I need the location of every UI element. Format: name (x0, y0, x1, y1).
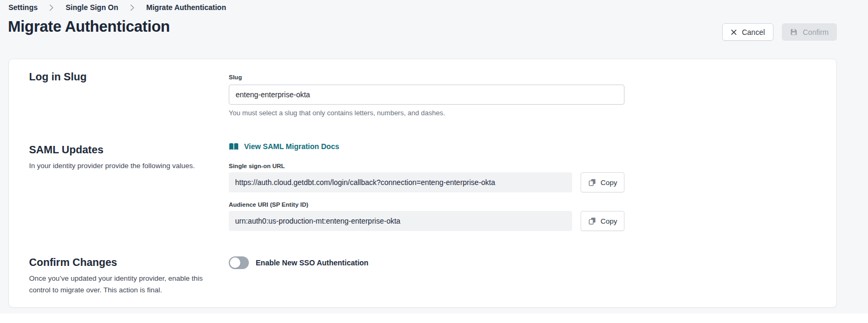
copy-audience-uri-button[interactable]: Copy (581, 211, 624, 231)
enable-sso-toggle-label: Enable New SSO Authentication (256, 259, 368, 267)
page-title: Migrate Authentication (8, 18, 170, 35)
cancel-button[interactable]: Cancel (722, 23, 773, 41)
view-saml-migration-docs-link[interactable]: View SAML Migration Docs (229, 142, 339, 151)
book-icon (229, 143, 239, 151)
breadcrumb-item-current: Migrate Authentication (146, 3, 226, 12)
view-saml-migration-docs-label: View SAML Migration Docs (244, 142, 339, 151)
breadcrumb-item-settings[interactable]: Settings (8, 3, 38, 12)
copy-icon (588, 217, 596, 225)
audience-uri-label: Audience URI (SP Entity ID) (229, 201, 309, 208)
save-icon (790, 28, 798, 36)
breadcrumb: Settings Single Sign On Migrate Authenti… (8, 3, 226, 12)
confirm-button[interactable]: Confirm (782, 23, 837, 41)
toggle-knob (230, 257, 240, 268)
close-icon (731, 29, 737, 35)
saml-updates-description: In your identity provider provide the fo… (29, 160, 225, 172)
audience-uri-value: urn:auth0:us-production-mt:enteng-enterp… (229, 211, 572, 231)
cancel-button-label: Cancel (742, 28, 765, 36)
sso-url-value: https://auth.cloud.getdbt.com/login/call… (229, 172, 572, 192)
copy-button-label: Copy (601, 217, 618, 225)
saml-updates-heading: SAML Updates (29, 144, 104, 156)
breadcrumb-item-single-sign-on[interactable]: Single Sign On (66, 3, 118, 12)
enable-sso-toggle-row: Enable New SSO Authentication (229, 256, 368, 269)
confirm-changes-description: Once you’ve updated your identity provid… (29, 273, 219, 296)
settings-card: Log in Slug Slug You must select a slug … (8, 59, 837, 308)
slug-label: Slug (229, 74, 242, 80)
login-slug-heading: Log in Slug (29, 71, 87, 83)
chevron-right-icon (49, 4, 54, 11)
copy-sso-url-button[interactable]: Copy (581, 172, 624, 192)
copy-button-label: Copy (601, 179, 618, 187)
slug-helper-text: You must select a slug that only contain… (229, 109, 445, 117)
enable-sso-toggle[interactable] (229, 256, 249, 269)
chevron-right-icon (130, 4, 135, 11)
copy-icon (588, 178, 596, 187)
bottom-strip (0, 313, 868, 323)
confirm-button-label: Confirm (802, 28, 828, 36)
sso-url-label: Single sign-on URL (229, 163, 285, 169)
slug-input[interactable] (229, 85, 624, 105)
confirm-changes-heading: Confirm Changes (29, 256, 117, 269)
header-actions: Cancel Confirm (722, 23, 837, 41)
migrate-authentication-page: Settings Single Sign On Migrate Authenti… (0, 0, 868, 323)
